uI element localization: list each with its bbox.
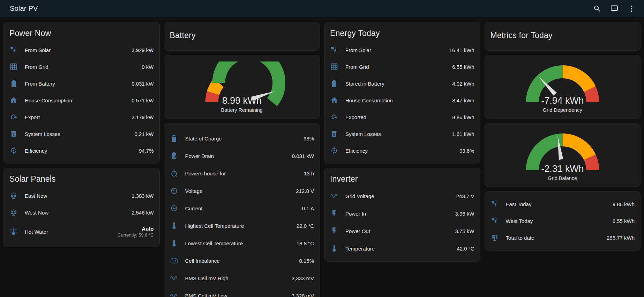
battery-gauge-card[interactable]: 8.99 kWh Battery Remaining xyxy=(164,55,320,119)
row-label: West Now xyxy=(25,210,48,216)
thermometer-icon xyxy=(170,222,178,230)
row-label: From Solar xyxy=(345,47,371,53)
battery-section-card: Battery xyxy=(164,22,320,51)
row-from-battery[interactable]: From Battery 0.031 kW xyxy=(9,75,154,92)
row-from-grid-today[interactable]: From Grid 6.55 kWh xyxy=(330,58,474,75)
row-from-grid[interactable]: From Grid 0 kW xyxy=(9,58,154,75)
row-bms-cell-mv-low[interactable]: BMS Cell mV Low 3,328 mV xyxy=(170,287,314,297)
solar-power-icon xyxy=(9,46,18,54)
row-label: East Today xyxy=(506,201,532,207)
efficiency-icon xyxy=(9,146,18,155)
row-value: 0.21 kW xyxy=(134,131,153,137)
row-east-now[interactable]: East Now 1.383 kW xyxy=(9,187,154,204)
row-value: 93.6% xyxy=(459,148,474,154)
row-system-losses-today[interactable]: System Losses 1.61 kWh xyxy=(330,125,474,142)
hot-water-value: Auto Currently: 59.6 °C xyxy=(118,226,153,238)
row-highest-cell-temperature[interactable]: Highest Cell Temperature 22.0 °C xyxy=(170,217,314,234)
row-voltage[interactable]: Voltage 212.8 V xyxy=(170,182,314,200)
row-label: House Consumption xyxy=(25,97,72,103)
grid-dependency-gauge-card[interactable]: -7.94 kWh Grid Dependency xyxy=(485,55,641,119)
row-value: 0.571 kW xyxy=(132,97,153,103)
flash-icon xyxy=(330,209,338,218)
row-value: 6.55 kWh xyxy=(613,218,635,224)
row-inverter-temperature[interactable]: Temperature 42.0 °C xyxy=(330,240,474,257)
row-current[interactable]: Current 0.1 A xyxy=(170,200,314,217)
row-value: 285.77 kWh xyxy=(607,235,635,241)
app-header: Solar PV xyxy=(0,0,644,17)
column-2: Battery 8.99 kWh Battery Remaining State… xyxy=(164,22,320,297)
row-label: Exported xyxy=(345,114,366,120)
row-value: 0.1 A xyxy=(302,205,314,211)
row-value: 3.179 kW xyxy=(132,114,153,120)
menu-icon[interactable] xyxy=(627,5,636,13)
metrics-list-card: East Today 9.86 kWh West Today 6.55 kWh … xyxy=(485,191,641,251)
card-title: Energy Today xyxy=(330,29,474,38)
row-stored-in-battery[interactable]: Stored in Battery 4.02 kWh xyxy=(330,75,474,92)
row-label: Powers house for xyxy=(185,171,226,176)
column-1: Power Now From Solar 3.929 kW From Grid … xyxy=(3,22,160,247)
row-value: 9.86 kWh xyxy=(613,201,635,207)
row-value: 8.47 kWh xyxy=(452,97,474,103)
card-title: Inverter xyxy=(330,174,474,184)
row-east-today[interactable]: East Today 9.86 kWh xyxy=(491,196,635,212)
inverter-card: Inverter Grid Voltage 243.7 V Power In 3… xyxy=(324,168,480,262)
row-efficiency[interactable]: Efficiency 94.7% xyxy=(9,142,154,159)
row-export[interactable]: Export 3.179 kW xyxy=(9,109,154,125)
current-icon xyxy=(170,204,178,212)
gauge-label: Grid Dependency xyxy=(491,107,635,113)
header-actions xyxy=(593,5,636,13)
hot-water-mode: Auto xyxy=(142,226,153,232)
battery-arrow-down-icon xyxy=(170,152,178,160)
row-value: 212.8 V xyxy=(296,188,314,194)
assist-icon[interactable] xyxy=(610,5,619,13)
row-bms-cell-mv-high[interactable]: BMS Cell mV High 3,333 mV xyxy=(170,269,314,287)
row-powers-house-for[interactable]: Powers house for 13 h xyxy=(170,165,314,182)
row-total-to-date[interactable]: Total to date 285.77 kWh xyxy=(491,229,635,246)
row-label: House Consumption xyxy=(345,97,393,103)
metrics-section-card: Metrics for Today xyxy=(485,22,641,51)
row-from-solar-today[interactable]: From Solar 16.41 kWh xyxy=(330,42,474,58)
row-power-out[interactable]: Power Out 3.75 kW xyxy=(330,222,474,240)
row-label: Temperature xyxy=(345,246,375,252)
row-label: Voltage xyxy=(185,188,203,194)
row-label: System Losses xyxy=(345,131,381,137)
row-hot-water[interactable]: Hot Water Auto Currently: 59.6 °C xyxy=(9,221,154,242)
gauge-icon xyxy=(170,187,178,195)
row-house-consumption[interactable]: House Consumption 0.571 kW xyxy=(9,92,154,109)
gauge-label: Battery Remaining xyxy=(170,107,314,113)
row-west-now[interactable]: West Now 2.546 kW xyxy=(9,204,154,221)
row-label: From Grid xyxy=(345,64,369,70)
row-cell-imbalance[interactable]: Cell Imbalance 0.15% xyxy=(170,252,314,269)
row-house-consumption-today[interactable]: House Consumption 8.47 kWh xyxy=(330,92,474,109)
row-lowest-cell-temperature[interactable]: Lowest Cell Temperature 18.8 °C xyxy=(170,234,314,252)
solar-panel-large-icon xyxy=(491,233,499,242)
solar-panels-card: Solar Panels East Now 1.383 kW West Now … xyxy=(3,168,160,247)
row-value: 1.383 kW xyxy=(132,193,153,199)
row-west-today[interactable]: West Today 6.55 kWh xyxy=(491,212,635,229)
row-value: 16.41 kWh xyxy=(449,47,474,53)
row-power-drain[interactable]: Power Drain 0.031 kW xyxy=(170,147,314,165)
search-icon[interactable] xyxy=(593,5,601,13)
row-power-in[interactable]: Power In 3.96 kW xyxy=(330,205,474,222)
sine-wave-icon xyxy=(170,274,178,282)
timer-icon xyxy=(170,169,178,178)
battery-charge-icon xyxy=(170,134,178,143)
grid-balance-gauge-card[interactable]: -2.31 kWh Grid Balance xyxy=(485,123,641,187)
section-title: Battery xyxy=(170,31,314,40)
solar-panel-icon xyxy=(9,191,18,200)
row-efficiency-today[interactable]: Efficiency 93.6% xyxy=(330,142,474,159)
row-value: 42.0 °C xyxy=(457,246,474,252)
home-icon xyxy=(9,96,18,104)
card-title: Solar Panels xyxy=(9,174,154,184)
row-exported-today[interactable]: Exported 8.86 kWh xyxy=(330,109,474,125)
solar-power-icon xyxy=(491,200,499,208)
row-system-losses[interactable]: System Losses 0.21 kW xyxy=(9,125,154,142)
row-label: BMS Cell mV Low xyxy=(185,293,227,297)
row-grid-voltage[interactable]: Grid Voltage 243.7 V xyxy=(330,187,474,205)
row-from-solar[interactable]: From Solar 3.929 kW xyxy=(9,42,154,58)
row-value: 6.55 kWh xyxy=(452,64,474,70)
row-state-of-charge[interactable]: State of Charge 98% xyxy=(170,130,314,147)
row-label: Power In xyxy=(345,211,366,217)
flash-icon xyxy=(330,227,338,235)
row-label: State of Charge xyxy=(185,136,222,142)
